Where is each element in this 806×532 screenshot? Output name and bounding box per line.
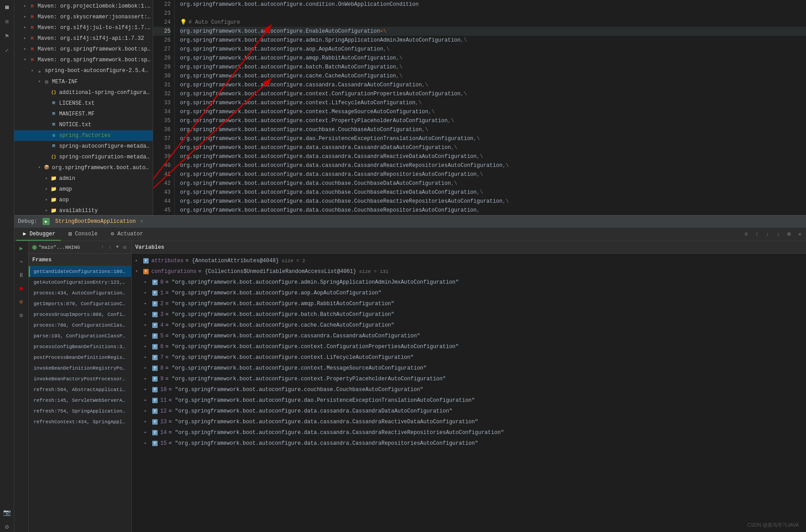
debug-app-name[interactable]: StringBootDemoApplication [55, 218, 136, 225]
tab-debugger[interactable]: ▶ Debugger [16, 228, 61, 241]
variable-item[interactable]: 8= "org.springframework.boot.autoconfigu… [132, 363, 806, 374]
var-expand-arrow[interactable] [144, 407, 151, 416]
frame-item[interactable]: getImports:879, ConfigurationClas [29, 298, 131, 309]
debug-step-btn[interactable]: ↷ [16, 256, 27, 267]
frame-item[interactable]: refresh:564, AbstractApplicationCo [29, 384, 131, 395]
sidebar-item-notice[interactable]: NOTICE.txt [14, 119, 153, 130]
frame-item[interactable]: parse:193, ConfigurationClassPars [29, 331, 131, 341]
var-expand-arrow[interactable] [144, 321, 151, 330]
project-icon[interactable]: ⊞ [2, 2, 13, 13]
frame-item[interactable]: refresh:754, SpringApplication (org [29, 406, 131, 417]
variable-item[interactable]: 0= "org.springframework.boot.autoconfigu… [132, 277, 806, 288]
thread-filter-btn[interactable]: ▼ [115, 244, 120, 251]
sidebar-item-lombok[interactable]: Maven: org.projectlombok:lombok:1.18.20 [14, 1, 153, 12]
var-expand-arrow[interactable] [144, 310, 151, 319]
sidebar-item-slf4j-api[interactable]: Maven: org.slf4j:slf4j-api:1.7.32 [14, 33, 153, 44]
var-expand-arrow[interactable] [144, 332, 151, 340]
frame-item[interactable]: processGroupImports:808, Configu [29, 309, 131, 320]
sidebar-item-jsonassert[interactable]: Maven: org.skyscreamer:jsonassert:1.5.0 [14, 12, 153, 22]
variable-item[interactable]: 7= "org.springframework.boot.autoconfigu… [132, 352, 806, 363]
sidebar-item-jar[interactable]: spring-boot-autoconfigure-2.5.4.jar libr… [14, 65, 153, 77]
var-expand-arrow[interactable] [144, 353, 151, 362]
settings-icon[interactable]: ⚙ [2, 521, 13, 532]
sidebar-item-autoconfigure-metadata[interactable]: spring-autoconfigure-metadata.properties [14, 141, 153, 152]
variable-item[interactable]: 4= "org.springframework.boot.autoconfigu… [132, 320, 806, 331]
thread-down-btn[interactable]: ↓ [107, 244, 113, 251]
tab-console[interactable]: ▤ Console [62, 228, 103, 241]
thread-up-btn[interactable]: ↑ [100, 244, 106, 251]
camera-icon[interactable]: 📷 [2, 507, 13, 518]
var-expand-arrow[interactable] [144, 289, 151, 298]
debug-play-btn[interactable]: ▶ [16, 243, 27, 254]
tab-ctrl-menu[interactable]: ≡ [742, 230, 750, 239]
thread-selector[interactable]: "main"...NNING ↑ ↓ ▼ ⊡ [29, 241, 131, 254]
var-expand-arrow[interactable] [135, 256, 142, 265]
variable-item[interactable]: 2= "org.springframework.boot.autoconfigu… [132, 298, 806, 309]
variable-item[interactable]: 11= "org.springframework.boot.autoconfig… [132, 395, 806, 406]
frame-item[interactable]: invokeBeanFactoryPostProcessors: [29, 374, 131, 384]
frame-item[interactable]: refresh:145, ServletWebServerAppl [29, 395, 131, 406]
tab-ctrl-step-into[interactable]: ↓ [763, 230, 772, 239]
structure-icon[interactable]: ≋ [2, 16, 13, 27]
debug-mute-btn[interactable]: ⊘ [16, 297, 27, 307]
var-expand-arrow[interactable] [144, 428, 151, 437]
var-expand-arrow[interactable] [144, 299, 151, 308]
frame-item[interactable]: getAutoConfigurationEntry:123, Au [29, 277, 131, 288]
variables-list[interactable]: attributes= {AnnotationAttributes@4048}s… [132, 254, 806, 532]
variable-item[interactable]: configurations= {Collections$Unmodifiabl… [132, 266, 806, 277]
var-expand-arrow[interactable] [144, 342, 151, 351]
var-expand-arrow[interactable] [144, 417, 151, 426]
frame-item[interactable]: postProcessBeanDefinitionRegistry [29, 352, 131, 363]
sidebar-item-meta-inf[interactable]: META-INF [14, 77, 153, 87]
code-content[interactable]: org.springframework.boot.autoconfigure.c… [175, 0, 806, 215]
variable-item[interactable]: 5= "org.springframework.boot.autoconfigu… [132, 331, 806, 341]
bookmark-icon[interactable]: ⚑ [2, 30, 13, 41]
frame-item[interactable]: refreshContext:434, SpringApplicat [29, 417, 131, 427]
var-expand-arrow[interactable] [144, 396, 151, 405]
variable-item[interactable]: 6= "org.springframework.boot.autoconfigu… [132, 341, 806, 352]
sidebar-item-configuration-metadata[interactable]: spring-configuration-metadata.json [14, 152, 153, 162]
debug-settings-btn[interactable]: ⚙ [16, 310, 27, 321]
sidebar-item-spring-boot-autoconfigure-root[interactable]: Maven: org.springframework.boot:spring-b… [14, 55, 153, 65]
tab-ctrl-step-over[interactable]: ↑ [752, 230, 761, 239]
sidebar-item-additional-config[interactable]: additional-spring-configuration-metadata… [14, 87, 153, 98]
var-expand-arrow[interactable] [144, 439, 151, 448]
var-expand-arrow[interactable] [144, 375, 151, 383]
debug-close-btn[interactable]: × [140, 219, 143, 224]
var-expand-arrow[interactable] [144, 364, 151, 373]
sidebar-item-jul-slf4j[interactable]: Maven: org.slf4j:jul-to-slf4j:1.7.32 [14, 22, 153, 33]
variable-item[interactable]: 3= "org.springframework.boot.autoconfigu… [132, 309, 806, 320]
tab-ctrl-stop[interactable]: ✕ [795, 230, 804, 239]
frames-list[interactable]: getCandidateConfigurations:180, AgetAuto… [29, 266, 131, 532]
variable-item[interactable]: 12= "org.springframework.boot.autoconfig… [132, 406, 806, 417]
sidebar-item-pkg-autoconfigure[interactable]: org.springframework.boot.autoconfigure [14, 162, 153, 173]
variable-item[interactable]: 15= "org.springframework.boot.autoconfig… [132, 438, 806, 449]
tab-ctrl-run[interactable]: ⊞ [785, 230, 793, 239]
debug-stop-btn[interactable]: ■ [16, 283, 27, 294]
tab-actuator[interactable]: ⚙ Actuator [104, 228, 149, 241]
todo-icon[interactable]: ✓ [2, 45, 13, 55]
variable-item[interactable]: 9= "org.springframework.boot.autoconfigu… [132, 374, 806, 384]
var-expand-arrow[interactable] [135, 267, 142, 276]
sidebar-item-spring-boot[interactable]: Maven: org.springframework.boot:spring-b… [14, 44, 153, 55]
variable-item[interactable]: 13= "org.springframework.boot.autoconfig… [132, 417, 806, 427]
sidebar-item-availability[interactable]: availability [14, 205, 153, 215]
debug-pause-btn[interactable]: ⏸ [16, 270, 27, 281]
sidebar-item-aop[interactable]: aop [14, 195, 153, 205]
frame-item[interactable]: processConfigBeanDefinitions:331, [29, 341, 131, 352]
thread-menu-btn[interactable]: ⊡ [122, 244, 128, 251]
tab-ctrl-step-out[interactable]: ↓ [774, 230, 783, 239]
sidebar-item-manifest[interactable]: MANIFEST.MF [14, 109, 153, 119]
frame-item[interactable]: getCandidateConfigurations:180, A [29, 266, 131, 277]
variable-item[interactable]: 14= "org.springframework.boot.autoconfig… [132, 427, 806, 438]
frame-item[interactable]: invokeBeanDefinitionRegistryPostP [29, 363, 131, 374]
frame-item[interactable]: process:434, AutoConfigurationIm [29, 288, 131, 298]
variable-item[interactable]: 1= "org.springframework.boot.autoconfigu… [132, 288, 806, 298]
sidebar-item-admin[interactable]: admin [14, 173, 153, 184]
variable-item[interactable]: attributes= {AnnotationAttributes@4048}s… [132, 255, 806, 266]
var-expand-arrow[interactable] [144, 385, 151, 394]
sidebar-item-amqp[interactable]: amqp [14, 184, 153, 195]
variable-item[interactable]: 10= "org.springframework.boot.autoconfig… [132, 384, 806, 395]
sidebar-item-spring-factories[interactable]: spring.factories [14, 130, 153, 141]
var-expand-arrow[interactable] [144, 278, 151, 287]
